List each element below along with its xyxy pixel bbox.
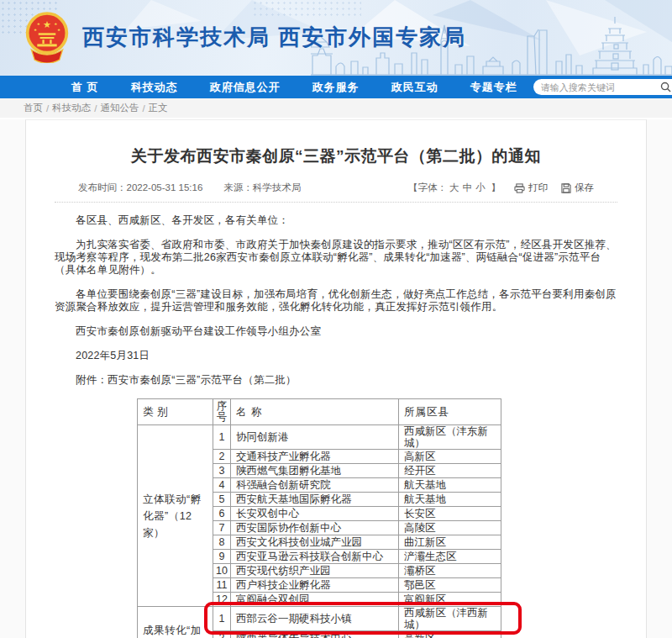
cell-name: 西户科技企业孵化器 bbox=[230, 578, 398, 593]
cell-name: 西安航天基地国际孵化器 bbox=[230, 493, 398, 507]
svg-text:★: ★ bbox=[57, 28, 60, 32]
breadcrumb-separator: / bbox=[94, 103, 97, 113]
font-size-control: 【字体： 大中小 】 bbox=[408, 182, 501, 194]
attachment-table-wrap: 类 别序号名 称所属区县 立体联动“孵化器”（12家）1协同创新港西咸新区（沣东… bbox=[137, 398, 501, 638]
cell-serial: 9 bbox=[213, 550, 231, 564]
category-cell: 成果转化“加速器”（8家） bbox=[138, 607, 213, 638]
cell-name: 科强融合创新研究院 bbox=[230, 478, 398, 493]
nav-item-1[interactable]: 首 页 bbox=[55, 80, 115, 95]
cell-name: 西安文化科技创业城产业园 bbox=[230, 535, 398, 550]
cell-district: 西咸新区（沣东新城） bbox=[398, 425, 501, 450]
cell-district: 高新区 bbox=[398, 450, 501, 464]
print-icon bbox=[514, 183, 525, 193]
nav-item-4[interactable]: 政务服务 bbox=[297, 80, 375, 95]
cell-district: 高陵区 bbox=[398, 521, 501, 535]
font-size-2[interactable]: 中 bbox=[463, 182, 473, 192]
save-button[interactable]: 保存 bbox=[561, 182, 594, 194]
cell-serial: 3 bbox=[213, 464, 231, 478]
cell-name: 交通科技产业孵化器 bbox=[230, 450, 398, 464]
cell-district: 高新区 bbox=[398, 631, 501, 638]
cell-name: 西安现代纺织产业园 bbox=[230, 564, 398, 578]
cell-serial: 1 bbox=[213, 425, 231, 450]
article-paragraph-3: 各单位要围绕秦创原“三器”建设目标，加强布局培育，优化创新生态，做好亮点工作总结… bbox=[55, 288, 617, 314]
nav-item-3[interactable]: 政府信息公开 bbox=[194, 80, 297, 95]
cell-district: 浐灞生态区 bbox=[398, 550, 501, 564]
col-header-serial: 序号 bbox=[213, 399, 231, 425]
cell-name: 西安国际协作创新中心 bbox=[230, 521, 398, 535]
save-icon bbox=[561, 183, 571, 193]
cell-serial: 4 bbox=[213, 478, 231, 493]
article-title: 关于发布西安市秦创原“三器”示范平台（第二批）的通知 bbox=[61, 145, 611, 167]
cell-district: 鄠邑区 bbox=[398, 578, 501, 593]
attachment-table: 类 别序号名 称所属区县 立体联动“孵化器”（12家）1协同创新港西咸新区（沣东… bbox=[137, 398, 501, 638]
svg-text:★: ★ bbox=[43, 19, 51, 29]
font-suffix: 】 bbox=[491, 182, 501, 194]
search-input[interactable] bbox=[541, 82, 660, 92]
cell-name: 陕西半导体先导技术中心 bbox=[230, 631, 398, 638]
cell-district: 航天基地 bbox=[398, 493, 501, 507]
cell-name: 长安双创中心 bbox=[230, 507, 398, 521]
svg-text:★: ★ bbox=[34, 28, 37, 32]
cell-name: 富阎融合双创园 bbox=[230, 593, 398, 607]
breadcrumb-separator: / bbox=[46, 103, 49, 113]
category-cell: 立体联动“孵化器”（12家） bbox=[138, 425, 213, 607]
article-paragraph-5: 2022年5月31日 bbox=[55, 350, 617, 362]
table-row: 成果转化“加速器”（8家）1西部云谷一期硬科技小镇西咸新区（沣西新城） bbox=[138, 607, 501, 631]
cell-serial: 8 bbox=[213, 535, 231, 550]
search-icon[interactable] bbox=[660, 82, 671, 92]
cell-district: 富阎新区 bbox=[398, 593, 501, 607]
cell-name: 陕西燃气集团孵化基地 bbox=[230, 464, 398, 478]
cell-district: 航天基地 bbox=[398, 478, 501, 493]
article-paragraph-4: 西安市秦创原创新驱动平台建设工作领导小组办公室 bbox=[55, 325, 617, 338]
col-header-district: 所属区县 bbox=[398, 399, 501, 425]
nav-item-6[interactable]: 专题专栏 bbox=[454, 80, 533, 95]
article-paragraph-1: 各区县、西咸新区、各开发区，各有关单位： bbox=[55, 214, 617, 227]
breadcrumb-item-4: 正文 bbox=[149, 102, 168, 114]
meta-left: 发布时间：2022-05-31 15:16 来源：科学技术局 bbox=[78, 182, 320, 194]
cell-serial: 6 bbox=[213, 507, 231, 521]
page-body: 关于发布西安市秦创原“三器”示范平台（第二批）的通知 发布时间：2022-05-… bbox=[0, 119, 672, 638]
nav-items: 首 页科技动态政府信息公开政务服务政民互动专题专栏 bbox=[55, 80, 533, 95]
national-emblem-logo: ★ ★ ★ ★ ★ bbox=[24, 11, 71, 63]
svg-text:★: ★ bbox=[37, 22, 40, 26]
cell-district: 灞桥区 bbox=[398, 564, 501, 578]
print-button[interactable]: 打印 bbox=[514, 182, 548, 194]
cell-district: 长安区 bbox=[398, 507, 501, 521]
table-row: 立体联动“孵化器”（12家）1协同创新港西咸新区（沣东新城） bbox=[138, 425, 501, 450]
cell-serial: 7 bbox=[213, 521, 231, 535]
nav-item-2[interactable]: 科技动态 bbox=[115, 80, 194, 95]
breadcrumb-item-3[interactable]: 通知公告 bbox=[100, 102, 139, 114]
article-meta: 发布时间：2022-05-31 15:16 来源：科学技术局 【字体： 大中小 … bbox=[78, 182, 594, 194]
divider bbox=[55, 202, 617, 203]
search-box[interactable] bbox=[533, 79, 672, 95]
site-title: 西安市科学技术局 西安市外国专家局 bbox=[82, 23, 466, 52]
cell-serial: 10 bbox=[213, 564, 231, 578]
site-header: ★ ★ ★ ★ ★ 西安市科学技术局 西安市外国专家局 bbox=[0, 0, 672, 76]
col-header-category: 类 别 bbox=[138, 399, 213, 425]
article-paragraph-6: 附件：西安市秦创原“三器”示范平台（第二批） bbox=[55, 374, 617, 387]
breadcrumb-separator: / bbox=[142, 103, 144, 113]
cell-serial: 2 bbox=[213, 450, 231, 464]
article-paragraphs: 各区县、西咸新区、各开发区，各有关单位：为扎实落实省委、省政府和市委、市政府关于… bbox=[55, 214, 617, 387]
article-paragraph-2: 为扎实落实省委、省政府和市委、市政府关于加快秦创原建设的指示要求，推动“区区有示… bbox=[55, 239, 617, 277]
breadcrumb: 首页/科技动态/通知公告/正文 bbox=[0, 98, 672, 118]
cell-serial: 5 bbox=[213, 493, 231, 507]
cell-name: 协同创新港 bbox=[230, 425, 398, 450]
cell-serial: 12 bbox=[213, 593, 231, 607]
nav-item-5[interactable]: 政民互动 bbox=[375, 80, 454, 95]
font-size-3[interactable]: 小 bbox=[475, 182, 486, 192]
main-nav: 首 页科技动态政府信息公开政务服务政民互动专题专栏 bbox=[0, 76, 672, 98]
cell-serial: 11 bbox=[213, 578, 231, 593]
cell-district: 西咸新区（沣西新城） bbox=[398, 607, 501, 631]
cell-serial: 1 bbox=[213, 607, 231, 631]
svg-text:★: ★ bbox=[54, 22, 57, 26]
article-source: 来源：科学技术局 bbox=[224, 182, 302, 192]
publish-time: 发布时间：2022-05-31 15:16 bbox=[78, 182, 202, 192]
font-size-1[interactable]: 大 bbox=[449, 182, 459, 192]
font-prefix: 【字体： bbox=[408, 182, 447, 194]
article-card: 关于发布西安市秦创原“三器”示范平台（第二批）的通知 发布时间：2022-05-… bbox=[25, 119, 647, 638]
cell-district: 经开区 bbox=[398, 464, 501, 478]
breadcrumb-item-2[interactable]: 科技动态 bbox=[52, 102, 91, 114]
breadcrumb-item-1[interactable]: 首页 bbox=[24, 102, 43, 114]
font-size-options: 大中小 bbox=[449, 182, 489, 194]
